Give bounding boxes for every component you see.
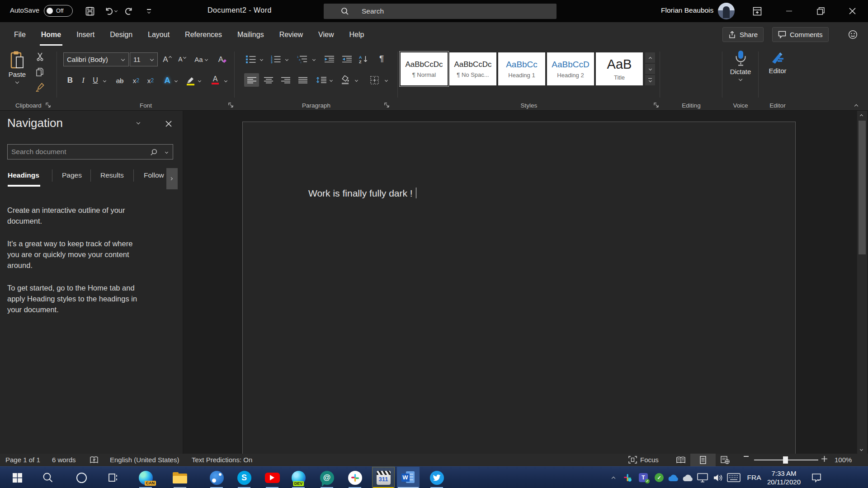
style-title[interactable]: AaB Title <box>596 52 643 85</box>
zoom-slider-handle[interactable] <box>783 456 788 464</box>
cortana-button[interactable] <box>71 467 92 488</box>
zoom-in-button[interactable] <box>821 456 827 462</box>
subscript-button[interactable]: x2 <box>129 74 143 87</box>
align-center-button[interactable] <box>262 73 275 87</box>
superscript-button[interactable]: x2 <box>144 74 157 87</box>
close-button[interactable] <box>839 0 865 22</box>
multilevel-chevron-icon[interactable] <box>312 58 316 61</box>
share-button[interactable]: Share <box>722 27 764 42</box>
shrink-font-button[interactable]: A <box>175 52 189 66</box>
read-mode-button[interactable] <box>668 454 693 466</box>
text-effects-chevron-icon[interactable] <box>175 79 178 82</box>
text-effects-button[interactable]: A <box>161 74 174 87</box>
style-heading-1[interactable]: AaBbCc Heading 1 <box>498 52 545 85</box>
avatar[interactable] <box>718 3 735 19</box>
minimize-button[interactable] <box>776 0 802 22</box>
font-color-button[interactable]: A <box>209 73 222 87</box>
proofing-button[interactable] <box>90 456 99 464</box>
tray-cloud[interactable] <box>681 467 694 488</box>
taskbar-search-button[interactable] <box>37 467 59 488</box>
autosave-toggle[interactable]: Off <box>44 5 73 17</box>
numbering-button[interactable]: 123 <box>269 53 283 65</box>
bullets-button[interactable] <box>245 53 257 65</box>
multilevel-list-button[interactable]: 1ai <box>294 53 310 65</box>
styles-gallery-more-button[interactable] <box>645 75 655 85</box>
align-right-button[interactable] <box>279 73 292 87</box>
taskbar-word[interactable]: W <box>397 467 420 488</box>
tab-review[interactable]: Review <box>272 22 311 47</box>
scroll-down-button[interactable] <box>860 448 863 451</box>
taskbar-edge[interactable]: CAN <box>135 467 156 488</box>
nav-tab-results[interactable]: Results <box>100 171 124 179</box>
nav-tab-pages[interactable]: Pages <box>62 171 82 179</box>
page-indicator[interactable]: Page 1 of 1 <box>5 456 40 464</box>
taskbar-edge-dev[interactable]: DEV <box>288 467 309 488</box>
tab-mailings[interactable]: Mailings <box>230 22 272 47</box>
navigation-options-chevron-icon[interactable] <box>137 121 141 125</box>
tab-design[interactable]: Design <box>102 22 140 47</box>
underline-button[interactable]: U <box>90 74 101 87</box>
editor-button[interactable]: Editor <box>763 51 792 75</box>
navigation-search-box[interactable] <box>7 144 173 160</box>
shading-chevron-icon[interactable] <box>355 79 358 82</box>
sort-button[interactable]: AZ <box>356 53 371 65</box>
borders-chevron-icon[interactable] <box>385 79 388 82</box>
language-indicator[interactable]: English (United States) <box>110 456 179 464</box>
highlight-button[interactable] <box>184 74 197 87</box>
style-no-spacing[interactable]: AaBbCcDc ¶ No Spac... <box>449 52 496 85</box>
navigation-search-input[interactable] <box>8 145 173 159</box>
format-painter-button[interactable] <box>33 81 46 93</box>
show-formatting-button[interactable]: ¶ <box>376 52 387 65</box>
nav-tab-followed[interactable]: Follow <box>144 171 164 179</box>
font-color-chevron-icon[interactable] <box>224 79 227 82</box>
customize-quick-access-button[interactable] <box>143 5 155 17</box>
grow-font-button[interactable]: A <box>160 52 175 66</box>
paste-button[interactable]: Paste <box>5 51 29 84</box>
styles-gallery-down-button[interactable] <box>645 64 655 74</box>
web-layout-button[interactable] <box>712 454 738 466</box>
undo-button[interactable] <box>103 5 115 17</box>
font-dialog-launcher[interactable] <box>228 102 234 108</box>
underline-chevron-icon[interactable] <box>103 79 106 82</box>
tab-view[interactable]: View <box>311 22 341 47</box>
justify-button[interactable] <box>296 73 310 87</box>
nav-tabs-scroll-button[interactable] <box>166 168 178 189</box>
word-count[interactable]: 6 words <box>52 456 76 464</box>
clear-formatting-button[interactable]: A <box>215 52 231 66</box>
print-layout-button[interactable] <box>690 454 716 466</box>
action-center-button[interactable] <box>808 467 825 488</box>
tab-layout[interactable]: Layout <box>140 22 177 47</box>
italic-button[interactable]: I <box>78 74 89 87</box>
align-left-button[interactable] <box>244 73 259 87</box>
styles-dialog-launcher[interactable] <box>653 102 659 108</box>
taskbar-twitter[interactable] <box>426 467 448 488</box>
search-options-chevron-icon[interactable] <box>165 150 168 154</box>
undo-chevron-icon[interactable] <box>114 9 118 12</box>
taskbar-chat-app[interactable]: @ <box>316 467 338 488</box>
tray-language[interactable]: FRA <box>745 467 763 488</box>
taskbar-slack[interactable] <box>344 467 366 488</box>
tray-show-hidden-button[interactable] <box>608 467 619 488</box>
tab-file[interactable]: File <box>6 22 33 47</box>
text-predictions-indicator[interactable]: Text Predictions: On <box>192 456 252 464</box>
numbering-chevron-icon[interactable] <box>285 58 288 61</box>
redo-button[interactable] <box>123 5 135 17</box>
search-input[interactable] <box>324 4 557 19</box>
collapse-ribbon-button[interactable] <box>854 101 863 108</box>
restore-button[interactable] <box>807 0 834 22</box>
comments-button[interactable]: Comments <box>772 27 829 42</box>
copy-button[interactable] <box>33 66 46 78</box>
style-normal[interactable]: AaBbCcDc ¶ Normal <box>401 52 448 85</box>
save-button[interactable] <box>84 5 96 17</box>
font-size-combo[interactable]: 11 <box>130 52 158 66</box>
decrease-indent-button[interactable] <box>321 53 337 65</box>
cut-button[interactable] <box>33 51 46 62</box>
zoom-level[interactable]: 100% <box>835 456 852 464</box>
tab-insert[interactable]: Insert <box>69 22 102 47</box>
start-button[interactable] <box>6 467 28 488</box>
borders-button[interactable] <box>367 73 382 87</box>
tray-onedrive[interactable] <box>666 467 680 488</box>
nav-tab-headings[interactable]: Headings <box>8 171 39 179</box>
tray-volume[interactable] <box>712 467 724 488</box>
task-view-button[interactable] <box>103 467 124 488</box>
